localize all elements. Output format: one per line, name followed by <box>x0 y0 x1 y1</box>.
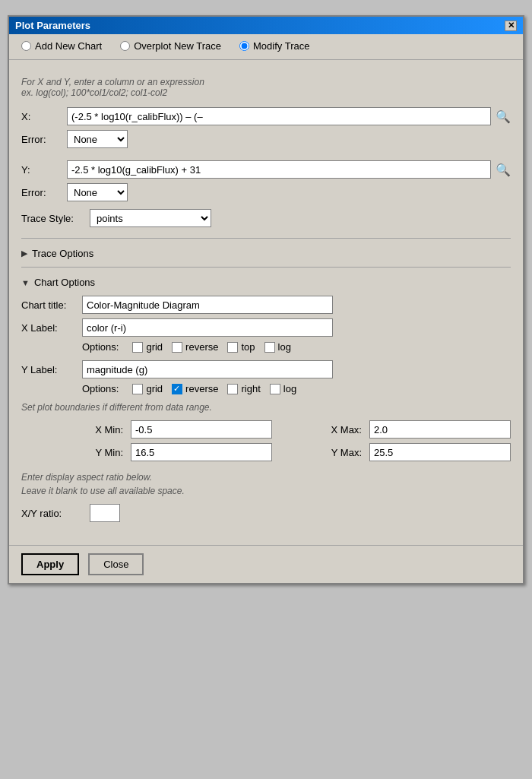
plot-parameters-window: Plot Parameters ✕ Add New Chart Overplot… <box>8 15 524 584</box>
y-options-row: Options: grid reverse right log <box>21 383 511 394</box>
main-content: For X and Y, enter a column or an expres… <box>9 60 523 545</box>
x-max-input[interactable] <box>369 420 511 439</box>
radio-modify-trace-label: Modify Trace <box>253 40 309 52</box>
boundaries-hint-text: Set plot boundaries if different from da… <box>21 402 212 413</box>
y-label-field-label: Y Label: <box>21 364 82 375</box>
x-label: X: <box>21 111 67 122</box>
chart-options-label: Chart Options <box>34 277 95 288</box>
y-error-label: Error: <box>21 187 67 198</box>
x-reverse-option[interactable]: reverse <box>172 341 218 353</box>
radio-modify-trace[interactable]: Modify Trace <box>239 40 309 52</box>
trace-options-divider <box>21 238 511 239</box>
x-log-option[interactable]: log <box>264 341 291 353</box>
aspect-label: X/Y ratio: <box>21 508 90 519</box>
trace-style-label: Trace Style: <box>21 213 90 224</box>
hint-line1: For X and Y, enter a column or an expres… <box>21 77 511 87</box>
x-error-row: Error: None <box>21 130 511 148</box>
y-grid-checkbox[interactable] <box>132 384 143 394</box>
y-right-label: right <box>241 383 260 394</box>
y-min-label: Y Min: <box>36 447 128 458</box>
x-max-label: X Max: <box>275 424 366 435</box>
x-options-row: Options: grid reverse top log <box>21 341 511 353</box>
close-button[interactable]: Close <box>88 553 144 575</box>
window-title: Plot Parameters <box>15 20 90 31</box>
x-top-option[interactable]: top <box>227 341 255 353</box>
y-log-label: log <box>283 383 296 394</box>
y-label-input[interactable] <box>82 360 333 378</box>
chart-title-row: Chart title: <box>21 296 511 314</box>
y-max-label: Y Max: <box>275 447 366 458</box>
chart-options-divider <box>21 267 511 268</box>
trace-options-label: Trace Options <box>32 248 93 259</box>
chart-title-input[interactable] <box>82 296 333 314</box>
y-reverse-option[interactable]: reverse <box>172 383 218 394</box>
chart-title-label: Chart title: <box>21 299 82 311</box>
y-input[interactable] <box>67 160 491 179</box>
x-error-label: Error: <box>21 134 67 145</box>
y-label-row: Y Label: <box>21 360 511 378</box>
y-field-row: Y: 🔍 <box>21 160 511 179</box>
hint-line2: ex. log(col); 100*col1/col2; col1-col2 <box>21 87 511 98</box>
chart-options-triangle: ▼ <box>21 278 30 287</box>
x-top-checkbox[interactable] <box>227 342 238 353</box>
y-error-row: Error: None <box>21 183 511 201</box>
x-search-icon[interactable]: 🔍 <box>496 109 511 124</box>
y-error-select[interactable]: None <box>67 183 128 201</box>
button-row: Apply Close <box>9 545 523 583</box>
y-max-input[interactable] <box>369 443 511 461</box>
y-grid-option[interactable]: grid <box>132 383 163 394</box>
x-field-row: X: 🔍 <box>21 107 511 125</box>
x-input[interactable] <box>67 107 491 125</box>
radio-overplot-new-trace[interactable]: Overplot New Trace <box>120 40 221 52</box>
trace-style-row: Trace Style: points lines lines and poin… <box>21 209 511 227</box>
x-log-label: log <box>278 341 291 353</box>
trace-style-select[interactable]: points lines lines and points <box>90 209 211 227</box>
radio-overplot-input[interactable] <box>120 41 130 51</box>
x-label-field-label: X Label: <box>21 322 82 334</box>
radio-modify-trace-input[interactable] <box>239 41 249 51</box>
chart-options-header[interactable]: ▼ Chart Options <box>21 277 511 288</box>
y-reverse-checkbox[interactable] <box>172 384 182 394</box>
x-reverse-label: reverse <box>185 341 218 353</box>
x-options-label: Options: <box>82 341 119 353</box>
aspect-hint-line2: Leave it blank to use all available spac… <box>21 484 511 498</box>
y-right-checkbox[interactable] <box>227 384 238 394</box>
y-min-input[interactable] <box>131 443 272 461</box>
radio-add-new-chart-label: Add New Chart <box>35 40 102 52</box>
aspect-hint: Enter display aspect ratio below. Leave … <box>21 470 511 498</box>
y-reverse-label: reverse <box>185 383 218 394</box>
aspect-input[interactable] <box>90 504 120 522</box>
boundaries-hint: Set plot boundaries if different from da… <box>21 402 511 413</box>
y-right-option[interactable]: right <box>227 383 260 394</box>
x-reverse-checkbox[interactable] <box>172 342 182 353</box>
y-grid-label: grid <box>146 383 163 394</box>
bounds-grid: X Min: X Max: Y Min: Y Max: <box>21 420 511 461</box>
x-min-label: X Min: <box>36 424 128 435</box>
trace-options-triangle: ▶ <box>21 249 27 258</box>
trace-options-header[interactable]: ▶ Trace Options <box>21 248 511 259</box>
radio-overplot-label: Overplot New Trace <box>134 40 221 52</box>
x-label-row: X Label: <box>21 318 511 337</box>
radio-row: Add New Chart Overplot New Trace Modify … <box>9 34 523 60</box>
x-log-checkbox[interactable] <box>264 342 275 353</box>
hint-text: For X and Y, enter a column or an expres… <box>21 77 511 98</box>
apply-button[interactable]: Apply <box>21 553 79 575</box>
y-log-option[interactable]: log <box>270 383 296 394</box>
y-label: Y: <box>21 164 67 176</box>
aspect-hint-line1: Enter display aspect ratio below. <box>21 470 511 484</box>
close-icon[interactable]: ✕ <box>505 21 517 31</box>
radio-add-new-chart[interactable]: Add New Chart <box>21 40 102 52</box>
y-search-icon[interactable]: 🔍 <box>496 163 511 177</box>
x-top-label: top <box>241 341 255 353</box>
y-log-checkbox[interactable] <box>270 384 280 394</box>
radio-add-new-chart-input[interactable] <box>21 41 31 51</box>
title-bar: Plot Parameters ✕ <box>9 17 523 34</box>
y-options-label: Options: <box>82 383 119 394</box>
aspect-row: X/Y ratio: <box>21 504 511 522</box>
x-grid-label: grid <box>146 341 163 353</box>
x-grid-option[interactable]: grid <box>132 341 163 353</box>
x-error-select[interactable]: None <box>67 130 128 148</box>
x-label-input[interactable] <box>82 318 333 337</box>
x-min-input[interactable] <box>131 420 272 439</box>
x-grid-checkbox[interactable] <box>132 342 143 353</box>
